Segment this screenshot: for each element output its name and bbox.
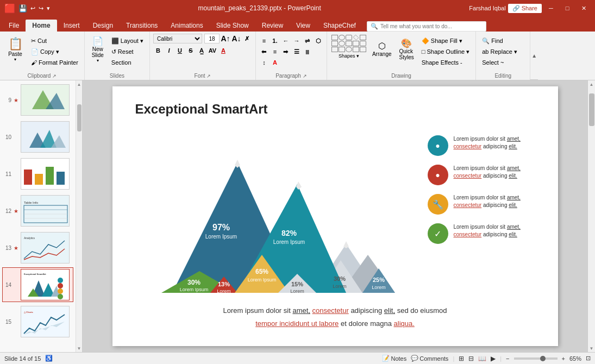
font-size-dec-btn[interactable]: A↓ [231, 34, 241, 43]
underline-btn[interactable]: U [175, 46, 185, 55]
format-painter-btn[interactable]: 🖌 Format Painter [28, 58, 81, 67]
indent-inc-btn[interactable]: → [292, 36, 302, 46]
slide-thumb-12[interactable]: 12 ★ Table Info [2, 193, 73, 228]
svg-text:Lorem: Lorem [217, 288, 231, 294]
strikethrough-btn[interactable]: S [186, 46, 196, 55]
quick-styles-btn[interactable]: 🎨 QuickStyles [397, 34, 417, 64]
font-family-select[interactable]: Calibri [153, 34, 202, 43]
tab-file[interactable]: File [2, 20, 26, 32]
convert-smartart-btn[interactable]: ⬡ [314, 36, 323, 46]
zoom-slider[interactable] [514, 357, 558, 360]
minimize-btn[interactable]: ─ [544, 0, 558, 16]
columns-btn[interactable]: ⫼ [303, 47, 312, 57]
font-color-btn[interactable]: A [218, 46, 228, 55]
text-direction-btn[interactable]: ⇌ [303, 36, 312, 46]
slide-thumb-15[interactable]: 15 ★ △ Charts [2, 304, 73, 339]
list-numbers-btn[interactable]: 1. [270, 36, 280, 46]
align-right-btn[interactable]: ➡ [281, 47, 291, 57]
justify-btn[interactable]: ☰ [292, 47, 302, 57]
slide-thumb-14[interactable]: 14 ★ Exceptional SmartArt [2, 267, 73, 302]
tab-home[interactable]: Home [26, 20, 57, 32]
canvas-area: Exceptional SmartArt [83, 80, 587, 352]
paragraph-group: ≡ 1. ← → ⇌ ⬡ ⬅ ≡ ➡ ☰ ⫼ ↕ A Paragraph ↗ [256, 32, 327, 80]
replace-btn[interactable]: ab Replace ▾ [479, 47, 520, 57]
slide-panel-scrollbar[interactable]: ▲ ▼ [76, 80, 83, 352]
accessibility-icon[interactable]: ♿ [45, 355, 53, 362]
svg-rect-12 [21, 196, 70, 227]
svg-text:Lorem: Lorem [333, 284, 347, 289]
save-icon[interactable]: 💾 [18, 4, 27, 12]
tab-transitions[interactable]: Transitions [120, 20, 164, 32]
slide-sorter-btn[interactable]: ⊟ [468, 355, 474, 362]
italic-btn[interactable]: I [164, 46, 174, 55]
tab-view[interactable]: View [290, 20, 317, 32]
slide-thumb-11[interactable]: 11 ★ [2, 156, 73, 191]
slide-thumb-13[interactable]: 13 ★ Analytics [2, 230, 73, 265]
font-size-inc-btn[interactable]: A↑ [221, 34, 230, 43]
arrange-btn[interactable]: ⬡ Arrange [369, 34, 394, 64]
tab-design[interactable]: Design [86, 20, 120, 32]
search-input[interactable] [380, 23, 483, 29]
close-btn[interactable]: ✕ [577, 0, 591, 16]
editing-label: Editing [476, 73, 530, 79]
svg-text:Lorem: Lorem [372, 285, 386, 290]
tab-insert[interactable]: Insert [57, 20, 86, 32]
new-slide-btn[interactable]: 📄 NewSlide ▾ [88, 34, 108, 65]
copy-btn[interactable]: 📄 Copy ▾ [28, 47, 81, 57]
section-btn[interactable]: Section [109, 58, 146, 67]
tab-shapechef[interactable]: ShapeChef [317, 20, 362, 32]
legend-circle-4: ✓ [428, 223, 448, 244]
slideshow-btn[interactable]: ▶ [491, 355, 496, 362]
shape-fill-btn[interactable]: 🔶 Shape Fill ▾ [419, 36, 472, 46]
align-left-btn[interactable]: ⬅ [259, 47, 269, 57]
font-size-input[interactable] [204, 34, 220, 43]
zoom-in-btn[interactable]: + [562, 355, 565, 362]
paste-btn[interactable]: 📋 Paste ▾ [3, 34, 27, 65]
normal-view-btn[interactable]: ⊞ [459, 355, 464, 362]
text-fill-btn[interactable]: A [270, 58, 280, 67]
layout-btn[interactable]: ⬛ Layout ▾ [109, 36, 146, 46]
svg-text:Exceptional SmartArt: Exceptional SmartArt [24, 273, 46, 275]
maximize-btn[interactable]: □ [560, 0, 574, 16]
shapes-btn[interactable]: Shapes ▾ [330, 34, 367, 59]
bottom-text: Lorem ipsum dolor sit amet, consectetur … [112, 304, 558, 330]
align-center-btn[interactable]: ≡ [270, 47, 280, 57]
tab-animations[interactable]: Animations [164, 20, 209, 32]
zoom-thumb[interactable] [540, 356, 546, 361]
ribbon-collapse-btn[interactable]: ▲ [530, 32, 538, 80]
notes-btn[interactable]: 📝 Notes [382, 355, 406, 362]
cut-btn[interactable]: ✂ Cut [28, 36, 81, 46]
reset-btn[interactable]: ↺ Reset [109, 47, 146, 57]
comments-btn[interactable]: 💬 Comments [411, 355, 448, 362]
fit-slide-btn[interactable]: ⊡ [586, 355, 591, 362]
line-spacing-btn[interactable]: ↕ [259, 58, 269, 67]
bold-btn[interactable]: B [153, 46, 163, 55]
char-spacing-btn[interactable]: AV [208, 46, 217, 55]
legend-area: ● Lorem ipsum dolor sit amet,consectetur… [428, 135, 542, 253]
clipboard-group: 📋 Paste ▾ ✂ Cut 📄 Copy ▾ 🖌 Format Painte… [0, 32, 85, 80]
status-bar: Slide 14 of 15 ♿ 📝 Notes 💬 Comments | ⊞ … [0, 352, 595, 364]
tab-review[interactable]: Review [255, 20, 290, 32]
svg-rect-8 [24, 170, 32, 185]
tab-slideshow[interactable]: Slide Show [210, 20, 255, 32]
clear-format-btn[interactable]: ✗ [242, 34, 252, 43]
reading-view-btn[interactable]: 📖 [478, 355, 486, 362]
zoom-out-btn[interactable]: − [506, 355, 509, 362]
find-btn[interactable]: 🔍 Find [479, 36, 520, 46]
shape-effects-btn[interactable]: Shape Effects - [419, 58, 472, 67]
window-title: mountain_peaks_21339.pptx - PowerPoint [50, 4, 469, 12]
slide-canvas[interactable]: Exceptional SmartArt [112, 86, 558, 346]
undo-btn[interactable]: ↩ [30, 5, 35, 12]
slide-thumb-9[interactable]: 9 ★ [2, 83, 73, 117]
text-shadow-btn[interactable]: A̲ [197, 46, 206, 55]
redo-btn[interactable]: ↪ [39, 5, 43, 12]
indent-dec-btn[interactable]: ← [281, 36, 291, 46]
share-btn[interactable]: 🔗 Share [508, 4, 542, 13]
slide-thumb-10[interactable]: 10 ★ [2, 120, 73, 154]
zoom-level[interactable]: 65% [569, 355, 581, 362]
select-btn[interactable]: Select ~ [479, 58, 520, 67]
list-bullets-btn[interactable]: ≡ [259, 36, 269, 46]
drawing-group: Shapes ▾ ⬡ Arrange 🎨 QuickStyles 🔶 Shape… [327, 32, 476, 80]
shape-outline-btn[interactable]: □ Shape Outline ▾ [419, 47, 472, 57]
canvas-scrollbar-right[interactable]: ▲ ▼ [587, 80, 595, 352]
